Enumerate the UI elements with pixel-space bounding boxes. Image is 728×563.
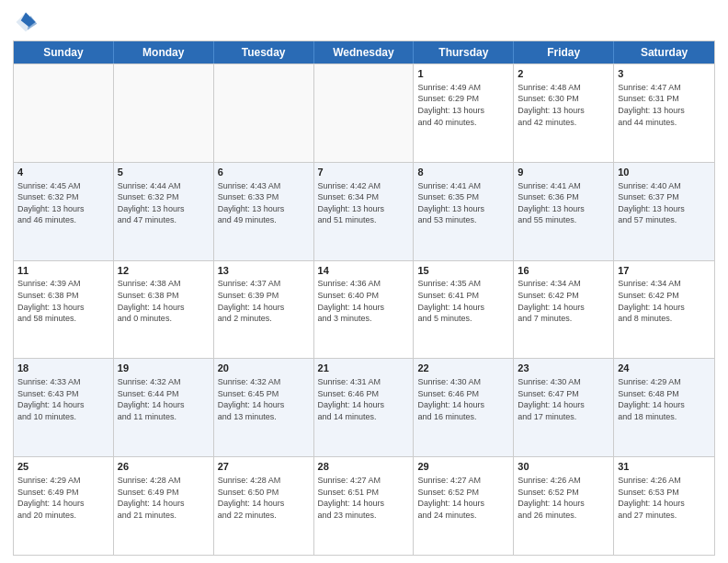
day-cell-5: 5Sunrise: 4:44 AM Sunset: 6:32 PM Daylig…	[114, 163, 214, 260]
day-info: Sunrise: 4:45 AM Sunset: 6:32 PM Dayligh…	[17, 180, 109, 226]
day-number: 22	[417, 362, 509, 375]
day-cell-27: 27Sunrise: 4:28 AM Sunset: 6:50 PM Dayli…	[214, 457, 314, 555]
day-number: 2	[518, 67, 609, 81]
day-number: 27	[218, 460, 310, 474]
day-number: 19	[118, 362, 210, 375]
day-number: 9	[518, 166, 609, 179]
day-cell-21: 21Sunrise: 4:31 AM Sunset: 6:46 PM Dayli…	[314, 359, 415, 456]
day-number: 18	[17, 362, 109, 375]
day-cell-13: 13Sunrise: 4:37 AM Sunset: 6:39 PM Dayli…	[214, 261, 314, 359]
day-info: Sunrise: 4:43 AM Sunset: 6:33 PM Dayligh…	[218, 180, 310, 226]
day-number: 30	[518, 460, 609, 474]
day-number: 8	[417, 166, 509, 179]
day-info: Sunrise: 4:29 AM Sunset: 6:49 PM Dayligh…	[17, 475, 109, 521]
day-cell-4: 4Sunrise: 4:45 AM Sunset: 6:32 PM Daylig…	[14, 163, 114, 260]
header-day-monday: Monday	[114, 41, 214, 63]
header-day-sunday: Sunday	[14, 41, 114, 63]
day-info: Sunrise: 4:33 AM Sunset: 6:43 PM Dayligh…	[17, 376, 109, 422]
day-cell-1: 1Sunrise: 4:49 AM Sunset: 6:29 PM Daylig…	[414, 64, 514, 162]
day-number: 21	[318, 362, 410, 375]
day-info: Sunrise: 4:26 AM Sunset: 6:52 PM Dayligh…	[518, 475, 609, 521]
day-cell-31: 31Sunrise: 4:26 AM Sunset: 6:53 PM Dayli…	[614, 457, 714, 555]
empty-cell	[314, 64, 415, 162]
day-number: 6	[218, 166, 310, 179]
day-number: 5	[118, 166, 210, 179]
logo-icon	[13, 9, 39, 35]
day-number: 11	[17, 264, 109, 278]
day-cell-2: 2Sunrise: 4:48 AM Sunset: 6:30 PM Daylig…	[514, 64, 614, 162]
day-cell-9: 9Sunrise: 4:41 AM Sunset: 6:36 PM Daylig…	[514, 163, 614, 260]
day-info: Sunrise: 4:28 AM Sunset: 6:49 PM Dayligh…	[118, 475, 210, 521]
day-info: Sunrise: 4:44 AM Sunset: 6:32 PM Dayligh…	[118, 180, 210, 226]
day-info: Sunrise: 4:41 AM Sunset: 6:36 PM Dayligh…	[518, 180, 609, 226]
day-cell-7: 7Sunrise: 4:42 AM Sunset: 6:34 PM Daylig…	[314, 163, 415, 260]
day-cell-18: 18Sunrise: 4:33 AM Sunset: 6:43 PM Dayli…	[14, 359, 114, 456]
day-number: 15	[417, 264, 509, 278]
day-cell-30: 30Sunrise: 4:26 AM Sunset: 6:52 PM Dayli…	[514, 457, 614, 555]
day-info: Sunrise: 4:29 AM Sunset: 6:48 PM Dayligh…	[618, 376, 711, 422]
empty-cell	[14, 64, 114, 162]
day-cell-19: 19Sunrise: 4:32 AM Sunset: 6:44 PM Dayli…	[114, 359, 214, 456]
day-info: Sunrise: 4:39 AM Sunset: 6:38 PM Dayligh…	[17, 278, 109, 324]
day-info: Sunrise: 4:30 AM Sunset: 6:46 PM Dayligh…	[417, 376, 509, 422]
header-day-friday: Friday	[514, 41, 614, 63]
day-number: 24	[618, 362, 711, 375]
day-info: Sunrise: 4:27 AM Sunset: 6:51 PM Dayligh…	[318, 475, 410, 521]
day-cell-14: 14Sunrise: 4:36 AM Sunset: 6:40 PM Dayli…	[314, 261, 415, 359]
day-info: Sunrise: 4:30 AM Sunset: 6:47 PM Dayligh…	[518, 376, 609, 422]
day-info: Sunrise: 4:47 AM Sunset: 6:31 PM Dayligh…	[618, 82, 711, 128]
day-info: Sunrise: 4:32 AM Sunset: 6:44 PM Dayligh…	[118, 376, 210, 422]
week-row-5: 25Sunrise: 4:29 AM Sunset: 6:49 PM Dayli…	[14, 456, 714, 555]
day-cell-17: 17Sunrise: 4:34 AM Sunset: 6:42 PM Dayli…	[614, 261, 714, 359]
day-cell-23: 23Sunrise: 4:30 AM Sunset: 6:47 PM Dayli…	[514, 359, 614, 456]
page: SundayMondayTuesdayWednesdayThursdayFrid…	[0, 0, 728, 563]
day-info: Sunrise: 4:37 AM Sunset: 6:39 PM Dayligh…	[218, 278, 310, 324]
day-info: Sunrise: 4:36 AM Sunset: 6:40 PM Dayligh…	[318, 278, 410, 324]
day-number: 31	[618, 460, 711, 474]
day-info: Sunrise: 4:26 AM Sunset: 6:53 PM Dayligh…	[618, 475, 711, 521]
empty-cell	[114, 64, 214, 162]
day-cell-25: 25Sunrise: 4:29 AM Sunset: 6:49 PM Dayli…	[14, 457, 114, 555]
day-number: 7	[318, 166, 410, 179]
day-number: 1	[417, 67, 509, 81]
day-info: Sunrise: 4:40 AM Sunset: 6:37 PM Dayligh…	[618, 180, 711, 226]
day-info: Sunrise: 4:42 AM Sunset: 6:34 PM Dayligh…	[318, 180, 410, 226]
day-number: 3	[618, 67, 711, 81]
day-cell-24: 24Sunrise: 4:29 AM Sunset: 6:48 PM Dayli…	[614, 359, 714, 456]
empty-cell	[214, 64, 314, 162]
day-cell-26: 26Sunrise: 4:28 AM Sunset: 6:49 PM Dayli…	[114, 457, 214, 555]
header	[13, 9, 715, 35]
day-cell-11: 11Sunrise: 4:39 AM Sunset: 6:38 PM Dayli…	[14, 261, 114, 359]
header-day-wednesday: Wednesday	[314, 41, 415, 63]
week-row-1: 1Sunrise: 4:49 AM Sunset: 6:29 PM Daylig…	[14, 63, 714, 162]
week-row-3: 11Sunrise: 4:39 AM Sunset: 6:38 PM Dayli…	[14, 260, 714, 359]
day-info: Sunrise: 4:48 AM Sunset: 6:30 PM Dayligh…	[518, 82, 609, 128]
day-cell-8: 8Sunrise: 4:41 AM Sunset: 6:35 PM Daylig…	[414, 163, 514, 260]
day-cell-22: 22Sunrise: 4:30 AM Sunset: 6:46 PM Dayli…	[414, 359, 514, 456]
day-number: 29	[417, 460, 509, 474]
day-info: Sunrise: 4:31 AM Sunset: 6:46 PM Dayligh…	[318, 376, 410, 422]
day-info: Sunrise: 4:32 AM Sunset: 6:45 PM Dayligh…	[218, 376, 310, 422]
day-number: 14	[318, 264, 410, 278]
day-cell-10: 10Sunrise: 4:40 AM Sunset: 6:37 PM Dayli…	[614, 163, 714, 260]
day-number: 17	[618, 264, 711, 278]
day-info: Sunrise: 4:49 AM Sunset: 6:29 PM Dayligh…	[417, 82, 509, 128]
day-number: 10	[618, 166, 711, 179]
calendar: SundayMondayTuesdayWednesdayThursdayFrid…	[13, 40, 715, 556]
day-info: Sunrise: 4:34 AM Sunset: 6:42 PM Dayligh…	[518, 278, 609, 324]
day-cell-29: 29Sunrise: 4:27 AM Sunset: 6:52 PM Dayli…	[414, 457, 514, 555]
day-info: Sunrise: 4:35 AM Sunset: 6:41 PM Dayligh…	[417, 278, 509, 324]
calendar-body: 1Sunrise: 4:49 AM Sunset: 6:29 PM Daylig…	[14, 63, 714, 555]
day-number: 12	[118, 264, 210, 278]
day-number: 4	[17, 166, 109, 179]
day-cell-28: 28Sunrise: 4:27 AM Sunset: 6:51 PM Dayli…	[314, 457, 415, 555]
day-number: 23	[518, 362, 609, 375]
header-day-saturday: Saturday	[614, 41, 714, 63]
day-cell-12: 12Sunrise: 4:38 AM Sunset: 6:38 PM Dayli…	[114, 261, 214, 359]
logo	[13, 9, 42, 35]
day-info: Sunrise: 4:38 AM Sunset: 6:38 PM Dayligh…	[118, 278, 210, 324]
day-info: Sunrise: 4:34 AM Sunset: 6:42 PM Dayligh…	[618, 278, 711, 324]
day-info: Sunrise: 4:27 AM Sunset: 6:52 PM Dayligh…	[417, 475, 509, 521]
week-row-2: 4Sunrise: 4:45 AM Sunset: 6:32 PM Daylig…	[14, 162, 714, 260]
day-cell-3: 3Sunrise: 4:47 AM Sunset: 6:31 PM Daylig…	[614, 64, 714, 162]
